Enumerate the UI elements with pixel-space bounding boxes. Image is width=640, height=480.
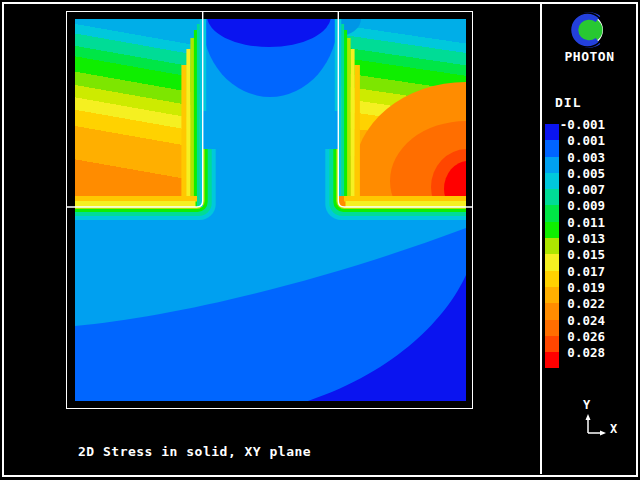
legend-value: 0.001: [558, 134, 605, 147]
axis-arrows-icon: [560, 398, 630, 443]
photon-logo-icon: [568, 12, 607, 48]
legend-value: 0.005: [558, 166, 605, 179]
legend-value: 0.024: [558, 313, 605, 326]
legend-swatch: [545, 238, 559, 254]
legend-value: 0.017: [558, 264, 605, 277]
legend-swatch: [545, 222, 559, 238]
axis-y-label: Y: [583, 398, 590, 412]
legend-swatch: [545, 352, 559, 368]
legend-value: 0.009: [558, 199, 605, 212]
contour-field-svg: [75, 19, 466, 401]
contour-legend: -0.0010.0010.0030.0050.0070.0090.0110.01…: [545, 124, 605, 368]
legend-swatch: [545, 320, 559, 336]
legend-value: 0.019: [558, 280, 605, 293]
legend-value: -0.001: [558, 118, 605, 131]
panel-divider: [540, 3, 542, 474]
photon-viewer-screen: 2D Stress in solid, XY plane PHOTON DIL …: [0, 0, 640, 480]
legend-variable-label: DIL: [555, 95, 581, 110]
legend-swatch: [545, 173, 559, 189]
legend-value: 0.015: [558, 248, 605, 261]
legend-swatch: [545, 287, 559, 303]
legend-swatch: [545, 336, 559, 352]
legend-swatch: [545, 303, 559, 319]
legend-value: 0.007: [558, 183, 605, 196]
legend-swatch: [545, 205, 559, 221]
legend-value: 0.003: [558, 150, 605, 163]
contour-plot: [75, 19, 466, 401]
axis-triad: Y X: [560, 398, 630, 443]
legend-swatch: [545, 189, 559, 205]
legend-value: 0.013: [558, 232, 605, 245]
legend-row: 0.028: [545, 352, 605, 368]
app-name-label: PHOTON: [541, 49, 638, 64]
legend-value: 0.028: [558, 346, 605, 359]
legend-swatch: [545, 157, 559, 173]
legend-swatch: [545, 271, 559, 287]
legend-value: 0.026: [558, 329, 605, 342]
legend-swatch: [545, 140, 559, 156]
legend-value: 0.022: [558, 297, 605, 310]
legend-swatch: [545, 254, 559, 270]
axis-x-label: X: [610, 422, 617, 436]
plot-title: 2D Stress in solid, XY plane: [78, 444, 311, 459]
legend-swatch: [545, 124, 559, 140]
legend-value: 0.011: [558, 215, 605, 228]
